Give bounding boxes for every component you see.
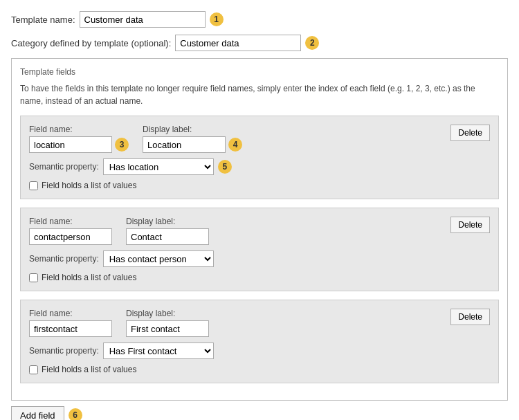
field-name-label-2: Field name:	[29, 309, 112, 318]
semantic-label-2: Semantic property:	[29, 346, 99, 356]
category-badge: 2	[305, 36, 319, 50]
field-card-2: Field name:Display label:Semantic proper…	[20, 300, 499, 383]
field-card-0: Field name:3Display label:4Semantic prop…	[20, 116, 499, 199]
display-label-input-0[interactable]	[143, 136, 226, 153]
semantic-label-0: Semantic property:	[29, 162, 99, 172]
list-checkbox-2[interactable]	[29, 365, 38, 374]
section-title: Template fields	[20, 67, 499, 77]
add-field-row: Add field 6	[11, 406, 508, 420]
display-label-label-1: Display label:	[126, 217, 209, 226]
field-name-badge-0: 3	[115, 138, 129, 152]
semantic-badge-0: 5	[218, 160, 232, 174]
section-description: To have the fields in this template no l…	[20, 82, 499, 107]
display-label-input-2[interactable]	[126, 320, 209, 337]
checkbox-label-0: Field holds a list of values	[42, 181, 136, 190]
field-name-label-0: Field name:	[29, 125, 129, 134]
list-checkbox-1[interactable]	[29, 273, 38, 282]
add-field-badge: 6	[69, 408, 82, 420]
checkbox-label-1: Field holds a list of values	[42, 273, 136, 282]
category-input[interactable]	[175, 35, 301, 51]
checkbox-row-0: Field holds a list of values	[29, 181, 444, 190]
checkbox-row-2: Field holds a list of values	[29, 365, 444, 374]
template-name-row: Template name: 1	[11, 11, 508, 28]
field-name-input-1[interactable]	[29, 228, 112, 245]
template-fields-section: Template fields To have the fields in th…	[11, 58, 508, 401]
display-label-label-2: Display label:	[126, 309, 209, 318]
field-name-input-0[interactable]	[29, 136, 112, 153]
add-field-button[interactable]: Add field	[11, 406, 64, 420]
semantic-label-1: Semantic property:	[29, 254, 99, 264]
delete-button-0[interactable]: Delete	[450, 125, 490, 141]
display-label-input-1[interactable]	[126, 228, 209, 245]
checkbox-row-1: Field holds a list of values	[29, 273, 444, 282]
template-name-label: Template name:	[11, 15, 75, 25]
checkbox-label-2: Field holds a list of values	[42, 365, 136, 374]
category-row: Category defined by template (optional):…	[11, 35, 508, 51]
semantic-select-0[interactable]: Has locationHas contact personHas First …	[103, 158, 214, 175]
fields-container: Field name:3Display label:4Semantic prop…	[20, 116, 499, 383]
semantic-select-2[interactable]: Has locationHas contact personHas First …	[103, 343, 214, 359]
list-checkbox-0[interactable]	[29, 181, 38, 190]
display-label-label-0: Display label:	[143, 125, 242, 134]
delete-button-1[interactable]: Delete	[450, 217, 490, 233]
template-name-badge: 1	[210, 12, 224, 26]
field-name-input-2[interactable]	[29, 320, 112, 337]
field-card-1: Field name:Display label:Semantic proper…	[20, 208, 499, 291]
category-label: Category defined by template (optional):	[11, 38, 171, 48]
field-name-label-1: Field name:	[29, 217, 112, 226]
semantic-select-1[interactable]: Has locationHas contact personHas First …	[103, 250, 214, 267]
template-name-input[interactable]	[80, 11, 206, 28]
display-label-badge-0: 4	[228, 138, 242, 152]
delete-button-2[interactable]: Delete	[450, 309, 490, 325]
